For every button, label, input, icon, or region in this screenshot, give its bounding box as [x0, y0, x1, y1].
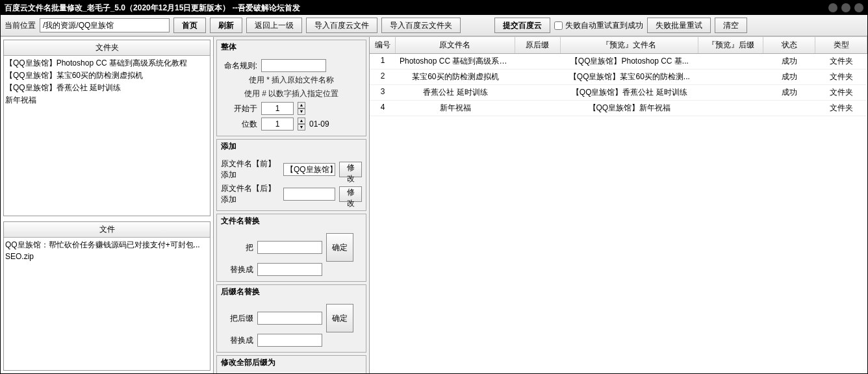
table-row[interactable]: 2某宝60买的防检测虚拟机【QQ皇族馆】某宝60买的防检测...成功文件夹	[370, 69, 867, 85]
submit-button[interactable]: 提交百度云	[494, 18, 550, 33]
folders-header: 文件夹	[4, 40, 210, 56]
digits-spinner[interactable]: ▲▼	[298, 118, 305, 131]
column-header[interactable]: 编号	[370, 37, 396, 53]
replace-confirm-button[interactable]: 确定	[326, 233, 353, 262]
list-item[interactable]: QQ皇族馆：帮忙砍价任务赚钱源码已对接支付+可封包...	[5, 239, 209, 251]
digits-example: 01-09	[309, 119, 329, 129]
retry-until-success-checkbox[interactable]: 失败自动重试直到成功	[554, 20, 643, 31]
path-input[interactable]	[40, 18, 170, 32]
digits-input[interactable]	[261, 118, 294, 131]
prefix-modify-button[interactable]: 修改	[339, 162, 362, 177]
start-label: 开始于	[221, 103, 257, 114]
list-item[interactable]: 【QQ皇族馆】香蕉公社 延时训练	[5, 82, 209, 94]
cell: 【QQ皇族馆】某宝60买的防检测...	[561, 69, 698, 84]
cell: 【QQ皇族馆】香蕉公社 延时训练	[561, 85, 698, 100]
table-row[interactable]: 3香蕉公社 延时训练【QQ皇族馆】香蕉公社 延时训练成功文件夹	[370, 85, 867, 101]
replace-to-input[interactable]	[257, 263, 322, 276]
start-input[interactable]	[261, 102, 294, 115]
titlebar: 百度云文件名批量修改_老毛子_5.0（2020年12月15日更新版本） --吾爱…	[1, 1, 867, 15]
start-spinner[interactable]: ▲▼	[298, 102, 305, 115]
files-panel: 文件 QQ皇族馆：帮忙砍价任务赚钱源码已对接支付+可封包...SEO.zip	[3, 221, 211, 371]
overall-title: 整体	[217, 40, 366, 54]
ext-to-label: 替换成	[221, 335, 253, 346]
window-title: 百度云文件名批量修改_老毛子_5.0（2020年12月15日更新版本） --吾爱…	[5, 3, 300, 14]
prefix-input[interactable]	[283, 163, 335, 176]
cell	[698, 54, 763, 69]
replace-from-label: 把	[221, 242, 253, 253]
cell: 成功	[763, 69, 815, 84]
cell: 成功	[763, 54, 815, 69]
ext-confirm-button[interactable]: 确定	[326, 304, 353, 332]
add-title: 添加	[217, 140, 366, 153]
cell: 香蕉公社 延时训练	[396, 85, 515, 100]
column-header[interactable]: 『预览』文件名	[561, 37, 698, 53]
retry-checkbox-input[interactable]	[554, 21, 563, 30]
folders-list[interactable]: 【QQ皇族馆】Photoshop CC 基础到高级系统化教程【QQ皇族馆】某宝6…	[4, 56, 210, 216]
table-body[interactable]: 1Photoshop CC 基础到高级系统...【QQ皇族馆】Photoshop…	[370, 54, 867, 373]
replace-title: 文件名替换	[217, 214, 366, 228]
ext-to-input[interactable]	[257, 334, 322, 347]
retry-checkbox-label: 失败自动重试直到成功	[565, 20, 643, 31]
rule-label: 命名规则:	[221, 60, 257, 71]
column-header[interactable]: 类型	[815, 37, 867, 53]
list-item[interactable]: 【QQ皇族馆】Photoshop CC 基础到高级系统化教程	[5, 57, 209, 69]
change-ext-group: 修改全部后缀为 修改为 确定	[216, 355, 366, 373]
maximize-icon[interactable]	[841, 3, 850, 12]
suffix-label: 原文件名【后】添加	[221, 183, 279, 205]
replace-group: 文件名替换 把 确定 替换成	[216, 214, 366, 282]
cell: 1	[370, 54, 396, 69]
overall-group: 整体 命名规则: 使用 * 插入原始文件名称 使用 # 以数字插入指定位置 开始…	[216, 40, 366, 136]
files-header: 文件	[4, 222, 210, 238]
cell: 文件夹	[815, 54, 867, 69]
list-item[interactable]: 新年祝福	[5, 94, 209, 106]
import-files-button[interactable]: 导入百度云文件	[306, 18, 377, 33]
cell: 文件夹	[815, 69, 867, 84]
cell	[698, 101, 763, 116]
cell: 文件夹	[815, 85, 867, 100]
files-list[interactable]: QQ皇族馆：帮忙砍价任务赚钱源码已对接支付+可封包...SEO.zip	[4, 238, 210, 370]
minimize-icon[interactable]	[828, 3, 837, 12]
folders-panel: 文件夹 【QQ皇族馆】Photoshop CC 基础到高级系统化教程【QQ皇族馆…	[3, 40, 211, 216]
clear-button[interactable]: 清空	[715, 18, 747, 33]
home-button[interactable]: 首页	[173, 18, 206, 33]
cell: 新年祝福	[396, 101, 515, 116]
column-header[interactable]: 原后缀	[515, 37, 561, 53]
refresh-button[interactable]: 刷新	[210, 18, 242, 33]
cell: 2	[370, 69, 396, 84]
list-item[interactable]: SEO.zip	[5, 251, 209, 262]
cell	[515, 54, 561, 69]
cell: 文件夹	[815, 101, 867, 116]
location-label: 当前位置	[5, 20, 36, 31]
list-item[interactable]: 【QQ皇族馆】某宝60买的防检测虚拟机	[5, 69, 209, 82]
cell: 成功	[763, 85, 815, 100]
cell: Photoshop CC 基础到高级系统...	[396, 54, 515, 69]
cell: 4	[370, 101, 396, 116]
table-row[interactable]: 1Photoshop CC 基础到高级系统...【QQ皇族馆】Photoshop…	[370, 54, 867, 69]
batch-retry-button[interactable]: 失败批量重试	[647, 18, 711, 33]
ext-from-label: 把后缀	[221, 313, 253, 324]
add-group: 添加 原文件名【前】添加 修改 原文件名【后】添加 修改	[216, 139, 366, 211]
digits-label: 位数	[221, 119, 257, 130]
replace-from-input[interactable]	[257, 241, 322, 254]
suffix-input[interactable]	[283, 188, 335, 201]
suffix-modify-button[interactable]: 修改	[339, 186, 362, 202]
ext-from-input[interactable]	[257, 312, 322, 325]
cell	[515, 69, 561, 84]
rule-input[interactable]	[261, 59, 326, 72]
column-header[interactable]: 状态	[763, 37, 815, 53]
back-button[interactable]: 返回上一级	[246, 18, 302, 33]
cell	[515, 101, 561, 116]
cell: 【QQ皇族馆】新年祝福	[561, 101, 698, 116]
import-folders-button[interactable]: 导入百度云文件夹	[381, 18, 461, 33]
hint-hash: 使用 # 以数字插入指定位置	[221, 88, 362, 99]
results-table: 编号原文件名原后缀『预览』文件名『预览』后缀状态类型 1Photoshop CC…	[370, 37, 867, 373]
hint-star: 使用 * 插入原始文件名称	[221, 75, 362, 86]
column-header[interactable]: 『预览』后缀	[698, 37, 763, 53]
cell	[698, 85, 763, 100]
table-row[interactable]: 4新年祝福【QQ皇族馆】新年祝福文件夹	[370, 101, 867, 116]
replace-to-label: 替换成	[221, 264, 253, 275]
cell: 【QQ皇族馆】Photoshop CC 基...	[561, 54, 698, 69]
cell	[763, 101, 815, 116]
column-header[interactable]: 原文件名	[396, 37, 515, 53]
close-icon[interactable]	[854, 3, 863, 12]
